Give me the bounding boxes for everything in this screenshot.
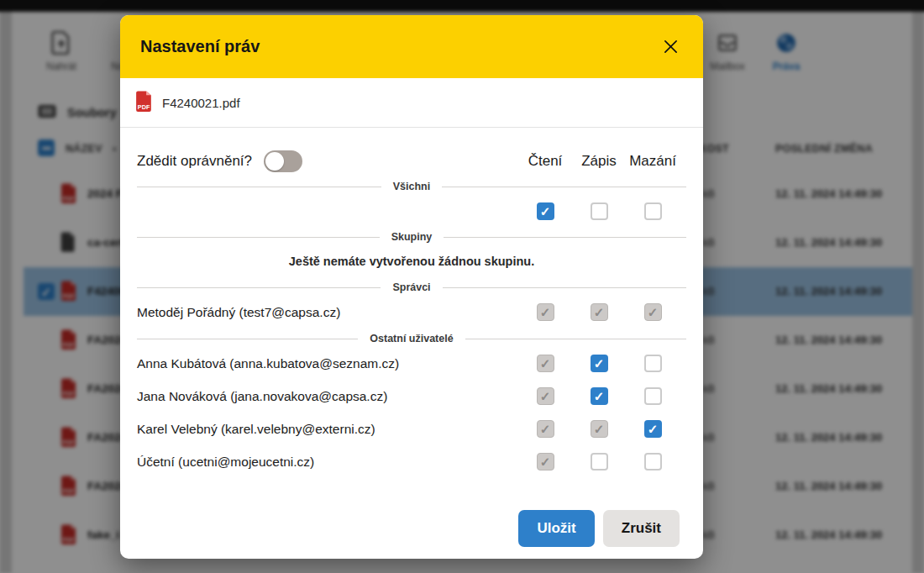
modal-buttons: Uložit Zrušit — [137, 478, 680, 547]
sort-arrow-icon: ▴ — [113, 144, 117, 152]
permission-row: Účetní (ucetni@mojeucetni.cz) — [137, 445, 686, 478]
permission-column-headers: Čtení Zápis Mazání — [518, 153, 680, 170]
permission-checkbox-disabled — [644, 303, 662, 321]
file-modified: 12. 11. 2024 14:49:30 — [775, 382, 882, 395]
permission-checkbox-unchecked[interactable] — [644, 355, 662, 372]
section-divider: Skupiny — [137, 229, 686, 245]
permission-cell — [572, 420, 626, 438]
permission-cell — [518, 303, 572, 321]
browser-topbar — [0, 0, 924, 12]
permission-cells — [518, 420, 680, 438]
divider-line — [137, 287, 381, 288]
cancel-button[interactable]: Zrušit — [603, 510, 680, 547]
divider-line — [137, 339, 358, 339]
permission-cell — [626, 387, 680, 405]
divider-line — [137, 187, 381, 187]
screen: Nahrát Nová složka Mailbox Práva — [0, 0, 924, 573]
permission-row: Jana Nováková (jana.novakova@capsa.cz) — [137, 380, 686, 413]
column-delete: Mazání — [626, 153, 680, 170]
permission-row: Anna Kubátová (anna.kubatova@seznam.cz) — [137, 347, 686, 380]
modal-header: Nastavení práv — [120, 15, 703, 78]
permission-checkbox-unchecked[interactable] — [644, 453, 662, 470]
svg-text:PDF: PDF — [63, 488, 76, 494]
upload-file-icon — [50, 30, 73, 55]
inherit-label: Zdědit oprávnění? — [137, 153, 252, 170]
permission-checkbox-checked[interactable] — [591, 387, 608, 405]
column-write: Zápis — [572, 153, 626, 170]
permission-checkbox-disabled — [537, 303, 554, 321]
permission-checkbox-disabled — [537, 453, 554, 470]
divider-line — [137, 237, 380, 238]
permission-checkbox-unchecked[interactable] — [591, 202, 608, 220]
empty-group-text: Ještě nemáte vytvořenou žádnou skupinu. — [137, 245, 686, 277]
permission-checkbox-disabled — [537, 355, 554, 372]
section-divider: Všichni — [137, 178, 686, 195]
user-label: Anna Kubátová (anna.kubatova@seznam.cz) — [137, 356, 518, 371]
column-header-name[interactable]: NÁZEV — [66, 143, 102, 155]
svg-text:PDF: PDF — [63, 293, 76, 299]
divider-line — [444, 237, 686, 238]
svg-text:PDF: PDF — [138, 103, 150, 110]
user-label: Účetní (ucetni@mojeucetni.cz) — [137, 455, 518, 470]
permission-cell — [626, 420, 680, 438]
document-file-icon — [60, 232, 76, 255]
permission-checkbox-unchecked[interactable] — [644, 387, 662, 405]
section-divider: Správci — [137, 279, 686, 296]
section-title: Správci — [392, 281, 430, 293]
permission-checkbox-disabled — [537, 387, 554, 405]
permission-cell — [572, 453, 626, 470]
toolbar-item-upload[interactable]: Nahrát — [34, 30, 88, 84]
permission-checkbox-disabled — [591, 303, 608, 321]
permission-checkbox-unchecked[interactable] — [591, 453, 608, 470]
column-header-modified[interactable]: POSLEDNÍ ZMĚNA — [775, 143, 873, 155]
row-checkbox-checked[interactable] — [38, 283, 55, 300]
permission-cell — [572, 387, 626, 405]
toolbar-label: Práva — [773, 60, 801, 72]
mailbox-icon — [716, 30, 739, 55]
file-modified: 12. 11. 2024 14:49:30 — [775, 334, 882, 346]
file-modified: 12. 11. 2024 14:49:30 — [775, 431, 882, 444]
toolbar-item-prava[interactable]: Práva — [759, 30, 813, 84]
toolbar-label: Nahrát — [46, 60, 76, 72]
section-title: Ostatní uživatelé — [370, 333, 453, 344]
divider-line — [465, 339, 686, 339]
permission-checkbox-checked[interactable] — [644, 420, 662, 438]
files-section-label: Soubory — [67, 106, 117, 119]
file-name: ca-cert — [87, 236, 124, 249]
permission-checkbox-checked[interactable] — [537, 202, 554, 220]
section-title: Skupiny — [391, 231, 433, 243]
save-button[interactable]: Uložit — [518, 510, 594, 547]
pdf-file-icon: PDF — [60, 476, 77, 499]
inherit-toggle[interactable] — [264, 150, 302, 172]
permission-cell — [518, 387, 572, 405]
permission-cell — [626, 355, 680, 372]
permission-row — [137, 195, 686, 227]
permission-cell — [518, 420, 572, 438]
file-modified: 12. 11. 2024 14:49:30 — [775, 285, 882, 297]
pdf-file-icon: PDF — [60, 378, 77, 402]
divider-line — [443, 287, 686, 288]
toolbar-item-mailbox[interactable]: Mailbox — [701, 30, 754, 84]
permission-sections: VšichniSkupinyJeště nemáte vytvořenou žá… — [137, 176, 686, 478]
permission-cell — [518, 453, 572, 470]
user-label: Metoděj Pořádný (test7@capsa.cz) — [137, 305, 518, 320]
permission-cell — [572, 355, 626, 372]
close-icon[interactable] — [659, 36, 681, 58]
permission-checkbox-disabled — [537, 420, 554, 438]
permissions-modal: Nastavení práv PDF F4240021.pdf Zdědit o… — [120, 15, 703, 559]
permission-cell — [626, 453, 680, 470]
file-modified: 12. 11. 2024 14:49:30 — [775, 187, 882, 200]
permission-cell — [572, 303, 626, 321]
permission-checkbox-unchecked[interactable] — [644, 202, 662, 220]
globe-icon — [774, 30, 798, 55]
permission-checkbox-checked[interactable] — [591, 355, 608, 372]
permission-cells — [518, 387, 680, 405]
file-name: 2024 F — [87, 187, 123, 200]
select-all-checkbox[interactable] — [38, 139, 55, 156]
permission-cells — [518, 453, 680, 470]
user-label: Karel Velebný (karel.velebny@externi.cz) — [137, 422, 518, 437]
modal-file-row: PDF F4240021.pdf — [120, 78, 703, 128]
file-modified: 12. 11. 2024 14:49:30 — [775, 236, 882, 249]
permission-cells — [518, 202, 680, 220]
permission-row: Karel Velebný (karel.velebny@externi.cz) — [137, 413, 686, 445]
